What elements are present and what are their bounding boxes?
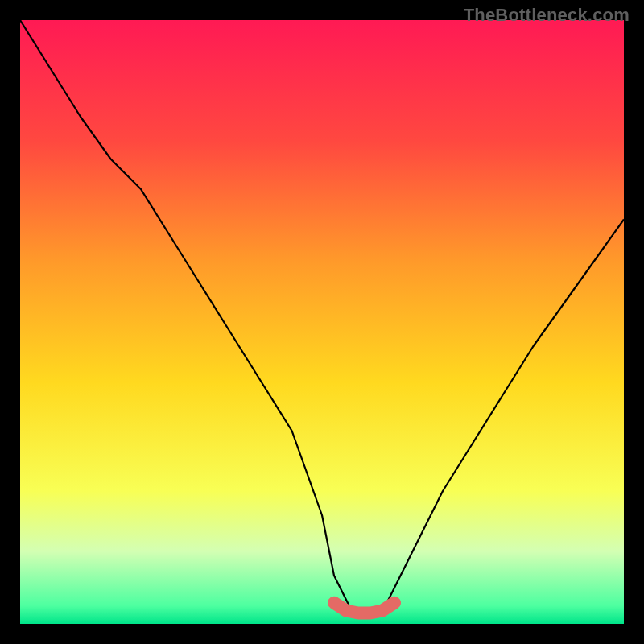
watermark-text: TheBottleneck.com — [464, 5, 630, 26]
chart-area — [20, 20, 624, 624]
chart-container: TheBottleneck.com — [0, 0, 644, 644]
bottleneck-chart — [20, 20, 624, 624]
gradient-background — [20, 20, 624, 624]
